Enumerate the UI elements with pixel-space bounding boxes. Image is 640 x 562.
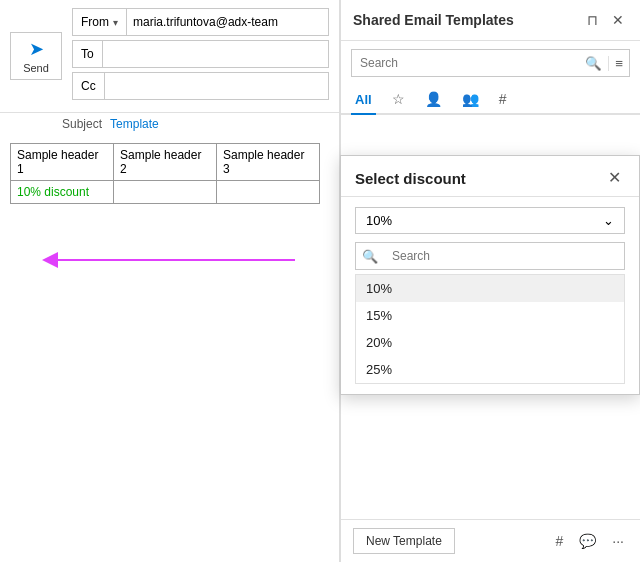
to-button[interactable]: To <box>73 41 103 67</box>
panel-footer: New Template # 💬 ··· <box>341 519 640 562</box>
pin-button[interactable]: ⊓ <box>583 10 602 30</box>
close-panel-button[interactable]: ✕ <box>608 10 628 30</box>
email-compose-area: ➤ Send From ▾ To Cc <box>0 0 340 562</box>
table-area: Sample header 1 Sample header 2 Sample h… <box>10 143 329 204</box>
subject-label: Subject <box>0 117 102 131</box>
tab-starred[interactable]: ☆ <box>388 85 409 115</box>
table-header-3: Sample header 3 <box>217 144 320 181</box>
table-row: 10% discount <box>11 181 320 204</box>
panel-tabs: All ☆ 👤 👥 # <box>341 85 640 115</box>
modal-close-button[interactable]: ✕ <box>604 168 625 188</box>
from-label: From <box>81 15 109 29</box>
footer-chat-icon: 💬 <box>579 533 596 549</box>
to-label: To <box>81 47 94 61</box>
from-chevron-icon: ▾ <box>113 17 118 28</box>
panel-search-bar: 🔍 ≡ <box>351 49 630 77</box>
selected-value: 10% <box>366 213 392 228</box>
discount-cell: 10% discount <box>11 181 114 204</box>
hash-tab-icon: # <box>499 91 507 107</box>
table-header-1: Sample header 1 <box>11 144 114 181</box>
footer-more-button[interactable]: ··· <box>608 531 628 551</box>
select-discount-modal: Select discount ✕ 10% ⌄ 🔍 10% 15% 20% 25… <box>340 155 640 395</box>
dropdown-search-input[interactable] <box>384 249 624 263</box>
modal-header: Select discount ✕ <box>341 156 639 197</box>
footer-hash-button[interactable]: # <box>552 531 568 551</box>
from-row: From ▾ <box>72 8 329 36</box>
tab-all[interactable]: All <box>351 86 376 115</box>
dropdown-option-20[interactable]: 20% <box>356 329 624 356</box>
dropdown-options-list: 10% 15% 20% 25% <box>355 274 625 384</box>
modal-title: Select discount <box>355 170 466 187</box>
subject-row: Subject Template <box>0 113 339 135</box>
footer-hash-icon: # <box>556 533 564 549</box>
option-20-label: 20% <box>366 335 392 350</box>
email-fields: From ▾ To Cc <box>72 8 329 104</box>
panel-header-icons: ⊓ ✕ <box>583 10 628 30</box>
dropdown-option-25[interactable]: 25% <box>356 356 624 383</box>
users-icon: 👥 <box>462 91 479 107</box>
new-template-label: New Template <box>366 534 442 548</box>
tab-hash[interactable]: # <box>495 85 511 115</box>
panel-filter-button[interactable]: ≡ <box>608 56 629 71</box>
option-15-label: 15% <box>366 308 392 323</box>
panel-title: Shared Email Templates <box>353 12 514 28</box>
to-row: To <box>72 40 329 68</box>
cell-2 <box>114 181 217 204</box>
send-button[interactable]: ➤ Send <box>10 32 62 80</box>
panel-search-button[interactable]: 🔍 <box>579 56 608 71</box>
compose-header: ➤ Send From ▾ To Cc <box>0 0 339 113</box>
new-template-button[interactable]: New Template <box>353 528 455 554</box>
modal-close-icon: ✕ <box>608 169 621 186</box>
user-icon: 👤 <box>425 91 442 107</box>
send-arrow-icon: ➤ <box>29 38 44 60</box>
cc-label: Cc <box>81 79 96 93</box>
option-25-label: 25% <box>366 362 392 377</box>
star-icon: ☆ <box>392 91 405 107</box>
dropdown-chevron-icon: ⌄ <box>603 213 614 228</box>
to-input[interactable] <box>103 41 328 67</box>
send-label: Send <box>23 62 49 74</box>
tab-users[interactable]: 👥 <box>458 85 483 115</box>
footer-more-icon: ··· <box>612 533 624 549</box>
close-icon: ✕ <box>612 12 624 28</box>
modal-body: 10% ⌄ 🔍 10% 15% 20% 25% <box>341 197 639 394</box>
subject-value[interactable]: Template <box>110 117 159 131</box>
cc-input[interactable] <box>105 73 328 99</box>
footer-chat-button[interactable]: 💬 <box>575 531 600 551</box>
pin-icon: ⊓ <box>587 12 598 28</box>
dropdown-option-15[interactable]: 15% <box>356 302 624 329</box>
dropdown-option-10[interactable]: 10% <box>356 275 624 302</box>
from-input[interactable] <box>127 9 328 35</box>
panel-header: Shared Email Templates ⊓ ✕ <box>341 0 640 41</box>
search-icon: 🔍 <box>585 56 602 71</box>
dropdown-selector[interactable]: 10% ⌄ <box>355 207 625 234</box>
table-header-2: Sample header 2 <box>114 144 217 181</box>
dropdown-search-icon: 🔍 <box>356 249 384 264</box>
data-table: Sample header 1 Sample header 2 Sample h… <box>10 143 320 204</box>
filter-icon: ≡ <box>615 56 623 71</box>
dropdown-search-bar: 🔍 <box>355 242 625 270</box>
cc-button[interactable]: Cc <box>73 73 105 99</box>
tab-all-label: All <box>355 92 372 107</box>
tab-user[interactable]: 👤 <box>421 85 446 115</box>
footer-icons: # 💬 ··· <box>552 531 628 551</box>
cc-row: Cc <box>72 72 329 100</box>
table-header-row: Sample header 1 Sample header 2 Sample h… <box>11 144 320 181</box>
panel-search-input[interactable] <box>352 56 579 70</box>
from-button[interactable]: From ▾ <box>73 9 127 35</box>
cell-3 <box>217 181 320 204</box>
option-10-label: 10% <box>366 281 392 296</box>
